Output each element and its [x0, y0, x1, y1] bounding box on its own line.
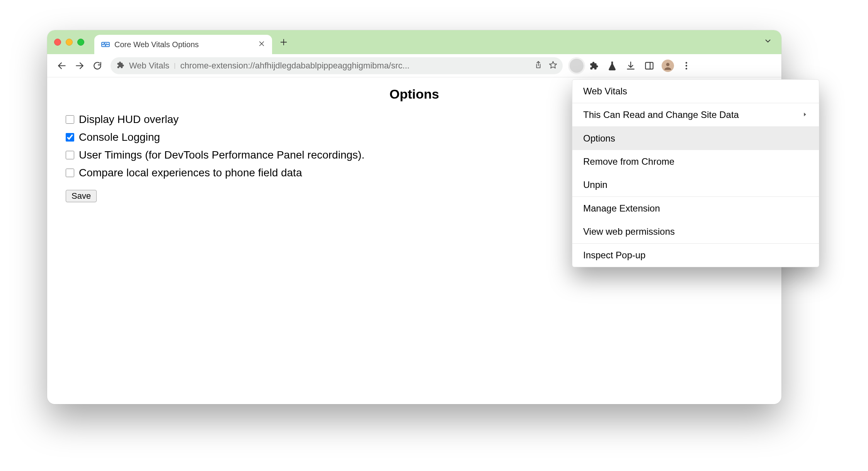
- omnibox-extension-name: Web Vitals: [129, 61, 169, 71]
- downloads-button[interactable]: [622, 57, 639, 74]
- context-menu-item[interactable]: Manage Extension: [572, 197, 819, 220]
- maximize-window-button[interactable]: [77, 39, 84, 46]
- context-menu-item[interactable]: Inspect Pop-up: [572, 244, 819, 267]
- context-menu-item-label: Remove from Chrome: [583, 156, 674, 167]
- option-checkbox[interactable]: [66, 169, 74, 177]
- back-button[interactable]: [53, 57, 70, 74]
- context-menu-item-label: View web permissions: [583, 226, 675, 237]
- context-menu-item-label: Manage Extension: [583, 203, 660, 214]
- extensions-button[interactable]: [585, 57, 602, 74]
- option-checkbox[interactable]: [66, 151, 74, 159]
- window-controls: [54, 39, 84, 46]
- context-menu-item-label: Options: [583, 133, 615, 144]
- toolbar-right: [570, 57, 695, 74]
- omnibox-url: chrome-extension://ahfhijdlegdabablpippe…: [180, 61, 529, 71]
- svg-point-13: [666, 63, 670, 66]
- option-label: Compare local experiences to phone field…: [79, 167, 302, 179]
- context-menu-header-label: Web Vitals: [583, 86, 627, 97]
- new-tab-button[interactable]: [276, 34, 291, 50]
- svg-marker-8: [550, 61, 557, 68]
- reload-button[interactable]: [89, 57, 106, 74]
- context-menu-item[interactable]: Remove from Chrome: [572, 150, 819, 173]
- submenu-arrow-icon: [802, 111, 808, 119]
- close-tab-button[interactable]: [258, 39, 265, 49]
- context-menu-item[interactable]: This Can Read and Change Site Data: [572, 103, 819, 126]
- active-extension-chip[interactable]: [570, 59, 584, 73]
- tab-list-dropdown-button[interactable]: [760, 34, 776, 50]
- svg-marker-17: [804, 113, 806, 116]
- forward-button[interactable]: [71, 57, 88, 74]
- share-icon[interactable]: [534, 61, 543, 71]
- option-checkbox[interactable]: [66, 133, 74, 142]
- context-menu-item-label: Inspect Pop-up: [583, 250, 645, 261]
- close-window-button[interactable]: [54, 39, 61, 46]
- toolbar: Web Vitals | chrome-extension://ahfhijdl…: [47, 54, 781, 77]
- extension-context-menu: Web Vitals This Can Read and Change Site…: [572, 79, 819, 267]
- vitals-favicon-icon: [101, 40, 110, 49]
- svg-point-15: [686, 65, 687, 66]
- browser-tab[interactable]: Core Web Vitals Options: [94, 35, 272, 54]
- save-button[interactable]: Save: [66, 190, 97, 202]
- svg-rect-11: [645, 62, 653, 69]
- option-label: User Timings (for DevTools Performance P…: [79, 149, 364, 161]
- minimize-window-button[interactable]: [66, 39, 73, 46]
- omnibox-separator: |: [174, 62, 175, 69]
- labs-flask-icon[interactable]: [604, 57, 621, 74]
- kebab-menu-button[interactable]: [678, 57, 695, 74]
- context-menu-item-label: Unpin: [583, 179, 608, 190]
- option-label: Console Logging: [79, 131, 160, 143]
- context-menu-item-label: This Can Read and Change Site Data: [583, 109, 739, 120]
- side-panel-button[interactable]: [641, 57, 658, 74]
- bookmark-star-icon[interactable]: [549, 61, 557, 71]
- extension-icon: [116, 61, 124, 71]
- tab-strip: Core Web Vitals Options: [47, 30, 781, 54]
- profile-avatar[interactable]: [659, 57, 676, 74]
- address-bar[interactable]: Web Vitals | chrome-extension://ahfhijdl…: [111, 57, 563, 74]
- svg-point-14: [686, 62, 687, 63]
- context-menu-item[interactable]: Unpin: [572, 173, 819, 196]
- option-label: Display HUD overlay: [79, 113, 179, 126]
- context-menu-header: Web Vitals: [572, 80, 819, 103]
- svg-point-16: [686, 68, 687, 69]
- tab-title: Core Web Vitals Options: [114, 40, 254, 49]
- option-checkbox[interactable]: [66, 115, 74, 124]
- context-menu-item[interactable]: View web permissions: [572, 220, 819, 243]
- context-menu-item[interactable]: Options: [572, 127, 819, 150]
